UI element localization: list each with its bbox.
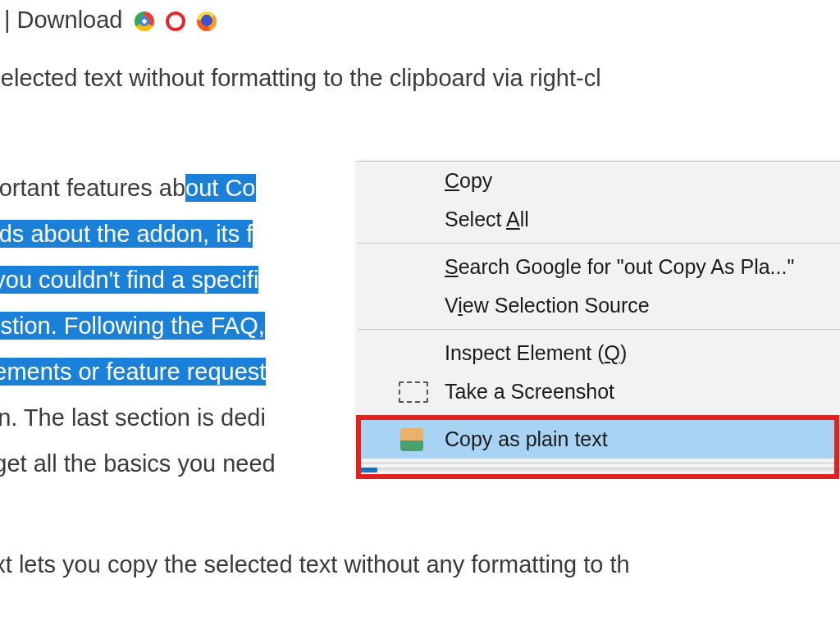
menu-viewsrc-post: ew Selection Source [463,294,650,317]
menu-inspect-element[interactable]: Inspect Element (Q) [356,334,840,372]
para-line6: lugin. The last section is dedi [0,404,266,431]
menu-selectall-post: ll [520,208,529,231]
para-line2-hl: words about the addon, its f [0,220,253,248]
opera-icon[interactable] [166,11,185,31]
menu-inspect-post: ) [620,341,627,364]
para-line7: ou get all the basics you need [0,450,276,477]
menu-selectall-accel: A [506,208,520,231]
para-line3-hl: . If you couldn't find a specifi [0,266,258,294]
trailing-paragraph: n Text lets you copy the selected text w… [0,541,630,587]
menu-copyplain-label: Copy as plain text [445,427,608,450]
para-line4-hl: question. Following the FAQ, [0,312,265,340]
menu-copy-as-plain-text[interactable]: Copy as plain text [356,420,840,459]
menu-separator-1 [358,243,840,244]
intro-text: he selected text without formatting to t… [0,55,601,101]
menu-selectall-pre: Select [445,208,506,231]
menu-take-screenshot[interactable]: Take a Screenshot [356,372,840,411]
para-line1-hl: out Co [185,174,255,202]
para-line1-pre: important features ab [0,175,185,201]
menu-viewsrc-pre: V [445,294,458,317]
context-menu: Copy Select All Search Google for "out C… [356,161,840,468]
menu-separator-2 [358,329,840,330]
menu-copy-accel: C [445,169,459,192]
menu-view-selection-source[interactable]: View Selection Source [356,286,840,325]
para-line5-hl: rovements or feature request [0,358,266,386]
menu-screenshot-label: Take a Screenshot [445,380,614,403]
menu-inspect-pre: Inspect Element ( [445,341,605,364]
title-prefix: n Text | [0,7,17,33]
menu-separator-3 [358,415,840,416]
firefox-icon[interactable] [197,11,217,31]
menu-separator-4 [358,463,840,463]
menu-search-accel: S [445,255,459,278]
menu-inspect-accel: Q [605,341,620,364]
menu-search-google[interactable]: Search Google for "out Copy As Pla..." [356,248,840,286]
menu-search-label: earch Google for "out Copy As Pla..." [459,255,795,278]
page-title: n Text | Download [0,0,217,43]
menu-copy-label: opy [459,169,492,192]
menu-select-all[interactable]: Select All [356,200,840,239]
chrome-icon[interactable] [135,11,154,31]
download-link[interactable]: Download [17,7,123,33]
menu-copy[interactable]: Copy [356,162,840,200]
